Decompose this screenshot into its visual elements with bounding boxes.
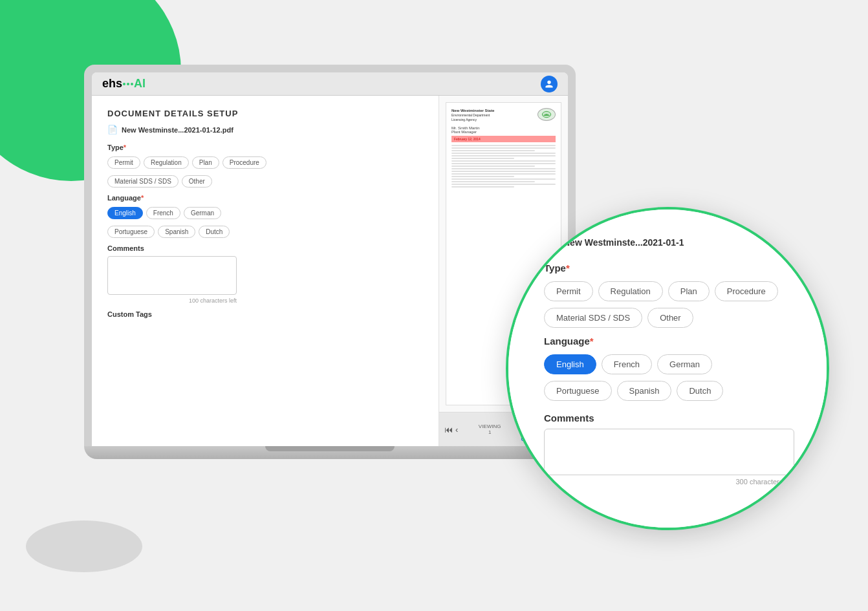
zoom-filename-row: 📄 New Westminste...2021-01-1 (544, 235, 794, 250)
user-avatar[interactable] (541, 76, 558, 92)
nav-buttons: ⏮ ‹ (444, 425, 458, 434)
type-tag-group-row2: Material SDS / SDS Other (107, 175, 423, 188)
zoom-comments-textarea[interactable] (544, 429, 794, 475)
bg-decoration-circle-gray (26, 520, 142, 572)
language-btn-spanish[interactable]: Spanish (158, 226, 195, 238)
zoom-type-row2: Material SDS / SDS Other (544, 308, 794, 328)
laptop-container: ehsAI DOCUMENT DETAILS SETUP 📄 New Westm… (84, 65, 576, 517)
zoom-language-btn-french[interactable]: French (602, 354, 652, 374)
language-tag-group-row2: Portuguese Spanish Dutch (107, 226, 423, 238)
nav-first-btn[interactable]: ⏮ (444, 425, 453, 434)
document-filename-text: New Westminste...2021-01-12.pdf (122, 126, 233, 134)
type-btn-permit[interactable]: Permit (107, 156, 140, 169)
laptop-main-content: DOCUMENT DETAILS SETUP 📄 New Westminste.… (92, 96, 568, 446)
laptop-top-bar: ehsAI (92, 72, 568, 96)
zoom-language-btn-english[interactable]: English (544, 354, 596, 374)
language-required-star: * (141, 194, 144, 202)
laptop-screen: ehsAI DOCUMENT DETAILS SETUP 📄 New Westm… (92, 72, 568, 446)
document-setup-panel: DOCUMENT DETAILS SETUP 📄 New Westminste.… (92, 96, 439, 446)
zoom-type-btn-permit[interactable]: Permit (544, 281, 593, 301)
logo-dots (123, 83, 133, 85)
laptop-base (84, 446, 576, 459)
doc-agency-text: New Westminster State Environmental Depa… (451, 108, 494, 122)
logo-ehs-text: ehs (102, 77, 122, 91)
zoom-language-label: Language* (544, 336, 794, 347)
doc-preview-header: New Westminster State Environmental Depa… (451, 108, 556, 122)
zoom-content: 📄 New Westminste...2021-01-1 Type* Permi… (508, 209, 827, 528)
type-required-star: * (124, 144, 126, 151)
zoom-language-btn-dutch[interactable]: Dutch (677, 381, 723, 401)
laptop-bezel: ehsAI DOCUMENT DETAILS SETUP 📄 New Westm… (84, 65, 576, 446)
doc-addressee: Mr. Smith MartinPlant Manager (451, 126, 556, 134)
doc-date-badge: February 12, 2014 (451, 136, 556, 142)
zoom-language-row1: English French German (544, 354, 794, 374)
type-btn-plan[interactable]: Plan (192, 156, 219, 169)
zoom-type-btn-plan[interactable]: Plan (668, 281, 710, 301)
zoom-char-count: 300 characters left (544, 478, 794, 486)
type-tag-group: Permit Regulation Plan Procedure (107, 156, 423, 169)
type-btn-material-sds[interactable]: Material SDS / SDS (107, 175, 179, 188)
zoom-type-label: Type* (544, 263, 794, 273)
zoom-type-btn-other[interactable]: Other (647, 308, 693, 328)
language-section-label: Language* (107, 194, 423, 202)
zoom-filename-text: New Westminste...2021-01-1 (563, 237, 684, 248)
language-btn-dutch[interactable]: Dutch (199, 226, 230, 238)
comments-char-count: 100 characters left (107, 297, 237, 304)
zoom-type-row1: Permit Regulation Plan Procedure (544, 281, 794, 301)
document-file-icon: 📄 (107, 125, 118, 134)
zoom-language-row2: Portuguese Spanish Dutch (544, 381, 794, 401)
comments-label: Comments (107, 244, 423, 252)
zoom-type-btn-procedure[interactable]: Procedure (715, 281, 778, 301)
zoom-type-required: * (566, 263, 570, 273)
zoom-circle: 📄 New Westminste...2021-01-1 Type* Permi… (506, 207, 829, 530)
zoom-language-required: * (590, 336, 594, 347)
zoom-type-btn-material-sds[interactable]: Material SDS / SDS (544, 308, 642, 328)
language-btn-french[interactable]: French (146, 207, 180, 219)
doc-preview-lines (451, 145, 556, 189)
custom-tags-label: Custom Tags (107, 310, 423, 318)
zoom-language-btn-portuguese[interactable]: Portuguese (544, 381, 612, 401)
viewing-info: VIEWING 1 (479, 423, 501, 435)
language-btn-english[interactable]: English (107, 207, 143, 219)
app-logo: ehsAI (102, 77, 146, 91)
zoom-comments-label: Comments (544, 413, 794, 423)
language-btn-german[interactable]: German (184, 207, 221, 219)
zoom-type-btn-regulation[interactable]: Regulation (598, 281, 663, 301)
zoom-language-btn-spanish[interactable]: Spanish (617, 381, 672, 401)
panel-title: DOCUMENT DETAILS SETUP (107, 109, 423, 118)
type-btn-regulation[interactable]: Regulation (144, 156, 189, 169)
language-btn-portuguese[interactable]: Portuguese (107, 226, 155, 238)
type-section-label: Type* (107, 144, 423, 151)
language-tag-group-row1: English French German (107, 207, 423, 219)
type-btn-procedure[interactable]: Procedure (222, 156, 266, 169)
zoom-language-btn-german[interactable]: German (657, 354, 712, 374)
comments-textarea[interactable] (107, 256, 237, 295)
laptop-hinge (265, 446, 395, 451)
document-filename-row: 📄 New Westminste...2021-01-12.pdf (107, 125, 423, 134)
logo-ai-text: AI (134, 77, 146, 91)
nav-prev-btn[interactable]: ‹ (455, 425, 458, 434)
doc-preview-logo (537, 108, 556, 121)
type-btn-other[interactable]: Other (182, 175, 212, 188)
